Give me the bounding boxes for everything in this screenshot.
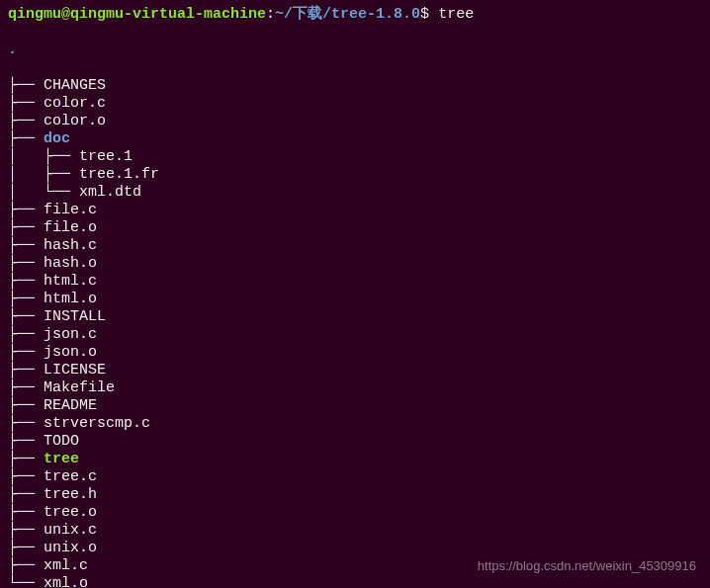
tree-entry-name: LICENSE xyxy=(44,362,106,378)
tree-entry-name: unix.c xyxy=(44,522,97,539)
tree-entry-name: json.c xyxy=(44,326,97,343)
tree-branch-icon: │ └── xyxy=(8,184,79,201)
tree-entry-name: tree.o xyxy=(44,504,97,521)
tree-entry-name: strverscmp.c xyxy=(44,415,150,432)
path-rest: 下载/tree-1.8.0 xyxy=(293,6,420,23)
tree-entry-name: doc xyxy=(44,130,70,147)
tree-branch-icon: ├── xyxy=(8,522,44,539)
tree-entry-name: file.o xyxy=(44,219,97,236)
tree-branch-icon: ├── xyxy=(8,362,44,378)
tree-entry: ├── tree.h xyxy=(8,486,702,504)
tree-entry: ├── tree.c xyxy=(8,468,702,486)
tree-entry: ├── INSTALL xyxy=(8,308,702,326)
tree-entry-name: color.c xyxy=(44,95,106,112)
tree-entry-name: tree.c xyxy=(44,468,97,485)
tree-entry: ├── doc xyxy=(8,130,702,148)
tree-entry-name: tree.h xyxy=(44,486,97,503)
tree-entry-name: INSTALL xyxy=(44,308,106,325)
tree-branch-icon: ├── xyxy=(8,219,44,236)
tree-branch-icon: ├── xyxy=(8,504,44,521)
tree-entry: ├── Makefile xyxy=(8,379,702,397)
tree-entry: ├── strverscmp.c xyxy=(8,415,702,433)
tree-entry-name: xml.dtd xyxy=(79,184,141,201)
tree-branch-icon: ├── xyxy=(8,344,44,361)
tree-entry-name: json.o xyxy=(44,344,97,361)
tree-entry: ├── json.c xyxy=(8,326,702,344)
tree-branch-icon: ├── xyxy=(8,451,44,467)
tree-entry-name: file.c xyxy=(44,202,97,218)
prompt-separator: : xyxy=(266,6,275,23)
tree-branch-icon: ├── xyxy=(8,326,44,343)
tree-entry: ├── CHANGES xyxy=(8,77,702,95)
tree-output: . ├── CHANGES├── color.c├── color.o├── d… xyxy=(8,24,702,588)
tree-entry: ├── unix.o xyxy=(8,540,702,557)
user-host: qingmu@qingmu-virtual-machine xyxy=(8,6,266,23)
tree-branch-icon: ├── xyxy=(8,291,44,307)
tree-branch-icon: │ ├── xyxy=(8,148,79,165)
tree-branch-icon: └── xyxy=(8,575,44,588)
tree-branch-icon: ├── xyxy=(8,95,44,112)
tree-entry-name: Makefile xyxy=(44,379,115,396)
tree-entry: ├── tree.o xyxy=(8,504,702,522)
tree-entry: ├── hash.c xyxy=(8,237,702,255)
tree-entry-name: html.o xyxy=(44,291,97,307)
tree-entry: ├── README xyxy=(8,397,702,415)
path-tilde: ~/ xyxy=(275,6,293,23)
root-dot: . xyxy=(8,42,17,58)
tree-entry-name: tree.1.fr xyxy=(79,166,159,183)
tree-entry-name: tree xyxy=(44,451,79,467)
tree-entry: ├── TODO xyxy=(8,433,702,451)
tree-branch-icon: ├── xyxy=(8,202,44,218)
tree-branch-icon: ├── xyxy=(8,557,44,574)
tree-entry-name: color.o xyxy=(44,113,106,129)
tree-entry: ├── unix.c xyxy=(8,522,702,540)
tree-branch-icon: ├── xyxy=(8,468,44,485)
tree-entry: └── xml.o xyxy=(8,575,702,588)
tree-entry: │ ├── tree.1.fr xyxy=(8,166,702,184)
tree-entry: │ ├── tree.1 xyxy=(8,148,702,166)
watermark-text: https://blog.csdn.net/weixin_45309916 xyxy=(478,558,696,574)
tree-root: . xyxy=(8,42,702,59)
tree-entry: ├── json.o xyxy=(8,344,702,362)
tree-entry-name: CHANGES xyxy=(44,77,106,94)
tree-branch-icon: ├── xyxy=(8,255,44,272)
typed-command: tree xyxy=(438,6,474,23)
tree-entry-name: xml.c xyxy=(44,557,88,574)
tree-entry: ├── color.o xyxy=(8,113,702,130)
tree-entry-name: tree.1 xyxy=(79,148,133,165)
tree-entry: ├── color.c xyxy=(8,95,702,113)
tree-entry: ├── hash.o xyxy=(8,255,702,273)
tree-branch-icon: ├── xyxy=(8,273,44,290)
tree-entry: ├── file.c xyxy=(8,202,702,219)
tree-entry-name: hash.c xyxy=(44,237,97,254)
tree-entry-name: README xyxy=(44,397,97,414)
tree-branch-icon: ├── xyxy=(8,77,44,94)
tree-entry: ├── html.c xyxy=(8,273,702,291)
tree-branch-icon: ├── xyxy=(8,415,44,432)
tree-entry-name: html.c xyxy=(44,273,97,290)
tree-entry: ├── file.o xyxy=(8,219,702,237)
prompt-dollar: $ xyxy=(420,6,438,23)
tree-entry: ├── html.o xyxy=(8,291,702,308)
tree-branch-icon: ├── xyxy=(8,308,44,325)
tree-entry: │ └── xml.dtd xyxy=(8,184,702,202)
tree-branch-icon: ├── xyxy=(8,486,44,503)
tree-entry-name: hash.o xyxy=(44,255,97,272)
tree-branch-icon: ├── xyxy=(8,237,44,254)
tree-entry: ├── LICENSE xyxy=(8,362,702,379)
tree-branch-icon: ├── xyxy=(8,113,44,129)
tree-entry-name: unix.o xyxy=(44,540,97,556)
tree-entry-name: xml.o xyxy=(44,575,88,588)
tree-branch-icon: ├── xyxy=(8,130,44,147)
tree-branch-icon: ├── xyxy=(8,379,44,396)
tree-branch-icon: ├── xyxy=(8,540,44,556)
tree-entry: ├── tree xyxy=(8,451,702,468)
tree-branch-icon: │ ├── xyxy=(8,166,79,183)
tree-entry-name: TODO xyxy=(44,433,79,450)
shell-prompt[interactable]: qingmu@qingmu-virtual-machine:~/下载/tree-… xyxy=(8,6,702,24)
tree-branch-icon: ├── xyxy=(8,433,44,450)
tree-branch-icon: ├── xyxy=(8,397,44,414)
